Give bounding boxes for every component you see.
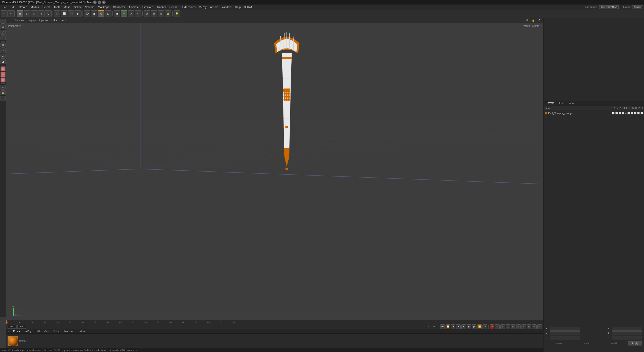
toolbar-render-to-po[interactable]: ⬛ — [68, 10, 74, 17]
bottom-menu-icon[interactable]: ≡ — [7, 330, 11, 333]
toolbar-shading[interactable]: ◑ — [91, 10, 97, 17]
viewport-menu-filter[interactable]: Filter — [50, 19, 58, 22]
sidebar-layers[interactable]: ≡ — [1, 85, 6, 90]
minimize-button[interactable]: ─ — [93, 1, 97, 4]
sidebar-edge[interactable]: ╱ — [1, 30, 6, 35]
playback-next-frame[interactable]: ▶ — [472, 324, 476, 329]
playback-prev-frame[interactable]: ◀ — [451, 324, 455, 329]
coord-x-input[interactable] — [550, 327, 580, 331]
timeline-ruler[interactable]: 0 5 10 15 20 25 30 35 40 45 50 55 60 65 … — [6, 320, 543, 324]
menu-extensions[interactable]: Extensions — [180, 5, 197, 9]
playback-options5[interactable]: ⊟ — [516, 324, 521, 329]
menu-mesh[interactable]: Mesh — [62, 5, 72, 9]
coord-z-input[interactable] — [550, 336, 580, 340]
menu-spline[interactable]: Spline — [72, 5, 83, 9]
bottom-tab-edit[interactable]: Edit — [34, 330, 41, 333]
layout-dropdown[interactable]: Startup — [632, 5, 643, 9]
toolbar-lock[interactable]: 🔒 — [165, 10, 171, 17]
coord-y-input[interactable] — [550, 331, 580, 335]
playback-options2[interactable]: ⊡ — [500, 324, 505, 329]
playback-options1[interactable]: ⊙ — [495, 324, 500, 329]
toolbar-camera-view[interactable]: 🎥 — [54, 10, 60, 17]
toolbar-ipr[interactable]: ▶ — [75, 10, 82, 17]
frame-start-input[interactable] — [8, 325, 17, 329]
sidebar-lock[interactable]: 🔒 — [1, 90, 6, 95]
viewport-settings[interactable]: ⚙ — [537, 19, 542, 22]
sidebar-bevel[interactable]: ◢ — [1, 59, 6, 64]
toolbar-undo[interactable]: ↩ — [1, 10, 8, 17]
playback-next-key[interactable]: ⏩ — [477, 324, 482, 329]
toolbar-snap[interactable]: ⊕ — [144, 10, 150, 17]
layer-row-oral-scraper[interactable]: Oral_Scraper_Orange ⬜ ⬜ ⬜ ⬜ ▶ ⬜ ⬜ ⬜ ⬜ ⬜ — [544, 110, 644, 116]
playback-go-start[interactable]: ⏮ — [440, 324, 445, 329]
toolbar-scale[interactable]: ⤢ — [128, 10, 134, 17]
viewport-menu-view[interactable]: ≡ — [8, 19, 12, 22]
toolbar-3d-view[interactable]: 3D — [84, 10, 90, 17]
viewport-resize[interactable]: ⊞ — [525, 19, 530, 22]
sidebar-info[interactable]: ℹ — [1, 96, 6, 101]
sidebar-brush[interactable]: ▤ — [1, 42, 6, 48]
sidebar-s2[interactable]: S — [1, 72, 6, 77]
menu-modes[interactable]: Modes — [29, 5, 41, 9]
sidebar-s1[interactable]: S — [1, 66, 6, 71]
toolbar-object-mode[interactable]: ◉ — [17, 10, 23, 17]
playback-record[interactable]: ● — [490, 324, 494, 329]
playback-play-fwd[interactable]: ▶ — [467, 324, 471, 329]
sidebar-point[interactable]: • — [1, 35, 6, 40]
coord-h-input[interactable] — [612, 327, 642, 331]
sidebar-poly[interactable]: ◻ — [1, 24, 6, 29]
toolbar-light[interactable]: 💡 — [174, 10, 180, 17]
playback-options4[interactable]: ⊞ — [511, 324, 515, 329]
layer-tab-view[interactable]: View — [567, 102, 576, 105]
bottom-tab-create[interactable]: Create — [12, 330, 22, 333]
menu-tools[interactable]: Tools — [52, 5, 62, 9]
close-button[interactable]: ✕ — [102, 1, 106, 4]
playback-options7[interactable]: ⊠ — [527, 324, 531, 329]
bottom-tab-texture[interactable]: Texture — [76, 330, 87, 333]
playback-options3[interactable]: ⬚ — [506, 324, 510, 329]
playback-prev-key[interactable]: ⏪ — [446, 324, 450, 329]
node-space-dropdown[interactable]: Current (V-Ray) — [599, 5, 619, 9]
menu-arnold[interactable]: Arnold — [209, 5, 220, 9]
toolbar-gouraud[interactable]: G — [98, 10, 104, 17]
layer-tab-edit[interactable]: Edit — [557, 102, 566, 105]
maximize-button[interactable]: □ — [98, 1, 101, 4]
coord-b-input[interactable] — [612, 336, 642, 340]
playback-stop[interactable]: ■ — [461, 324, 466, 329]
sidebar-extrude[interactable]: ▲ — [1, 54, 6, 59]
menu-animate[interactable]: Animate — [127, 5, 140, 9]
sidebar-select[interactable]: ⬛ — [1, 19, 6, 24]
menu-3dtoai[interactable]: 3DToAI — [243, 5, 255, 9]
viewport-menu-panel[interactable]: Panel — [59, 19, 68, 22]
coord-p-input[interactable] — [612, 331, 642, 335]
viewport-menu-cameras[interactable]: Cameras — [13, 19, 25, 22]
toolbar-render-region[interactable]: ⬜ — [61, 10, 67, 17]
toolbar-wireframe[interactable]: ⊡ — [105, 10, 111, 17]
bottom-tab-vray[interactable]: V-Ray — [23, 330, 33, 333]
menu-character[interactable]: Character — [111, 5, 127, 9]
toolbar-point-mode[interactable]: ⬡ — [31, 10, 37, 17]
menu-tracker[interactable]: Tracker — [155, 5, 168, 9]
sidebar-s3[interactable]: S — [1, 77, 6, 82]
toolbar-redo[interactable]: ↪ — [8, 10, 15, 17]
menu-vray[interactable]: V-Ray — [197, 5, 208, 9]
menu-help[interactable]: Help — [233, 5, 242, 9]
viewport-menu-options[interactable]: Options — [38, 19, 49, 22]
menu-simulate[interactable]: Simulate — [141, 5, 155, 9]
bottom-tab-material[interactable]: Material — [63, 330, 75, 333]
toolbar-snap2[interactable]: ⊗ — [151, 10, 157, 17]
menu-file[interactable]: File — [1, 5, 9, 9]
viewport-lock[interactable]: 🔒 — [531, 19, 536, 22]
menu-render[interactable]: Render — [168, 5, 180, 9]
playback-options6[interactable]: ≡ — [521, 324, 526, 329]
apply-button[interactable]: Apply — [628, 341, 642, 345]
playback-play-back[interactable]: ◀ — [456, 324, 461, 329]
layer-tab-layers[interactable]: Layers — [545, 101, 556, 105]
playback-options8[interactable]: ⊕ — [532, 324, 537, 329]
playback-go-end[interactable]: ⏭ — [482, 324, 487, 329]
material-thumbnail[interactable] — [8, 336, 18, 346]
bottom-tab-view[interactable]: View — [42, 330, 51, 333]
toolbar-select-all[interactable]: ▣ — [114, 10, 120, 17]
toolbar-polygon-mode[interactable]: ◈ — [38, 10, 45, 17]
toolbar-move[interactable]: ✛ — [121, 10, 127, 17]
